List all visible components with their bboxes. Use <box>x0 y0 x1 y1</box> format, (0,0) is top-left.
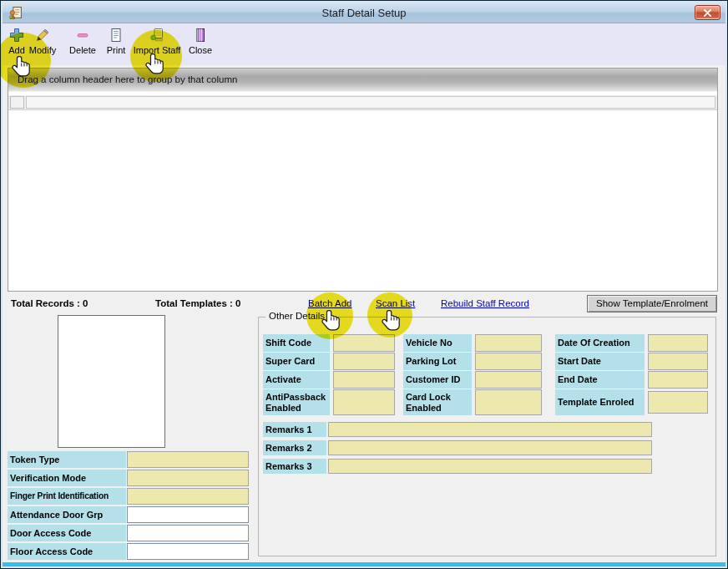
staff-grid: Drag a column header here to group by th… <box>8 68 718 292</box>
label-attendance-door-grp: Attendance Door Grp <box>8 506 126 523</box>
field-antipassback-enabled[interactable] <box>333 389 395 415</box>
grid-group-hint: Drag a column header here to group by th… <box>18 74 237 84</box>
toolbar-delete-label: Delete <box>69 45 96 55</box>
toolbar-import-staff-label: Import Staff <box>134 45 181 55</box>
close-window-button[interactable] <box>695 5 720 20</box>
label-token-type: Token Type <box>8 451 126 468</box>
label-start-date: Start Date <box>555 353 645 370</box>
total-templates-label: Total Templates : 0 <box>155 298 240 308</box>
label-template-enroled: Template Enroled <box>555 389 645 415</box>
toolbar: Add Modify Delete <box>3 23 725 65</box>
staff-photo-placeholder <box>58 315 165 448</box>
field-vehicle-no[interactable] <box>475 334 542 352</box>
label-vehicle-no: Vehicle No <box>403 334 472 352</box>
label-antipassback-enabled: AntiPassback Enabled <box>263 389 330 415</box>
field-parking-lot[interactable] <box>475 353 542 370</box>
grid-column-header[interactable] <box>26 96 715 109</box>
field-remarks-3[interactable] <box>328 459 652 474</box>
other-details-title: Other Details <box>265 311 328 321</box>
window-body: Staff Detail Setup Add <box>1 1 727 568</box>
grid-row-selector-cell <box>10 96 24 109</box>
delete-minus-icon <box>75 26 90 43</box>
label-card-lock-enabled: Card Lock Enabled <box>403 389 472 415</box>
close-icon <box>703 9 712 17</box>
toolbar-close-label: Close <box>189 45 212 55</box>
label-shift-code: Shift Code <box>263 334 330 352</box>
grid-header-row <box>8 95 717 110</box>
show-template-enrolment-button[interactable]: Show Template/Enrolment <box>587 295 717 312</box>
toolbar-delete-button[interactable]: Delete <box>64 26 101 63</box>
toolbar-close-button[interactable]: Close <box>185 26 216 63</box>
print-document-icon <box>109 26 124 43</box>
label-remarks-2: Remarks 2 <box>263 440 326 455</box>
field-start-date[interactable] <box>648 353 708 370</box>
titlebar[interactable]: Staff Detail Setup <box>3 3 725 23</box>
field-door-access-code[interactable] <box>127 525 249 541</box>
field-activate[interactable] <box>333 371 395 389</box>
field-verification-mode[interactable] <box>127 470 249 486</box>
field-floor-access-code[interactable] <box>127 543 249 560</box>
toolbar-modify-label: Modify <box>29 45 56 55</box>
label-floor-access-code: Floor Access Code <box>8 543 126 560</box>
label-date-of-creation: Date Of Creation <box>555 334 645 352</box>
field-remarks-1[interactable] <box>328 422 652 437</box>
label-remarks-3: Remarks 3 <box>263 459 326 474</box>
field-date-of-creation[interactable] <box>648 334 708 352</box>
import-staff-icon <box>149 26 164 43</box>
field-finger-print-identification[interactable] <box>127 488 249 505</box>
modify-pencil-icon <box>35 26 50 43</box>
field-token-type[interactable] <box>127 451 249 468</box>
label-end-date: End Date <box>555 371 645 389</box>
label-parking-lot: Parking Lot <box>403 353 472 370</box>
rebuild-staff-record-link[interactable]: Rebuild Staff Record <box>441 298 529 308</box>
grid-body <box>8 110 717 291</box>
field-remarks-2[interactable] <box>328 440 652 455</box>
field-super-card[interactable] <box>333 353 395 370</box>
label-verification-mode: Verification Mode <box>8 470 126 486</box>
field-shift-code[interactable] <box>333 334 395 352</box>
toolbar-modify-button[interactable]: Modify <box>26 26 59 63</box>
field-customer-id[interactable] <box>475 371 542 389</box>
label-door-access-code: Door Access Code <box>8 525 126 541</box>
label-remarks-1: Remarks 1 <box>263 422 326 437</box>
toolbar-add-label: Add <box>8 45 25 55</box>
grid-group-by-bar[interactable]: Drag a column header here to group by th… <box>8 69 717 92</box>
label-finger-print-identification: Finger Print Identification <box>8 488 126 505</box>
close-door-icon <box>193 26 208 43</box>
toolbar-import-staff-button[interactable]: Import Staff <box>131 26 183 63</box>
label-activate: Activate <box>263 371 330 389</box>
add-icon <box>9 26 24 43</box>
toolbar-print-button[interactable]: Print <box>102 26 130 63</box>
label-super-card: Super Card <box>263 353 330 370</box>
page-title: Staff Detail Setup <box>3 3 725 23</box>
field-end-date[interactable] <box>648 371 708 389</box>
total-records-label: Total Records : 0 <box>11 298 88 308</box>
staff-detail-setup-window: Staff Detail Setup Add <box>0 0 728 569</box>
label-customer-id: Customer ID <box>403 371 472 389</box>
field-template-enroled[interactable] <box>648 391 708 414</box>
field-card-lock-enabled[interactable] <box>475 389 542 415</box>
window-bottom-accent <box>3 562 725 566</box>
field-attendance-door-grp[interactable] <box>127 506 249 523</box>
scan-list-link[interactable]: Scan List <box>376 298 415 308</box>
batch-add-link[interactable]: Batch Add <box>308 298 351 308</box>
toolbar-print-label: Print <box>107 45 126 55</box>
